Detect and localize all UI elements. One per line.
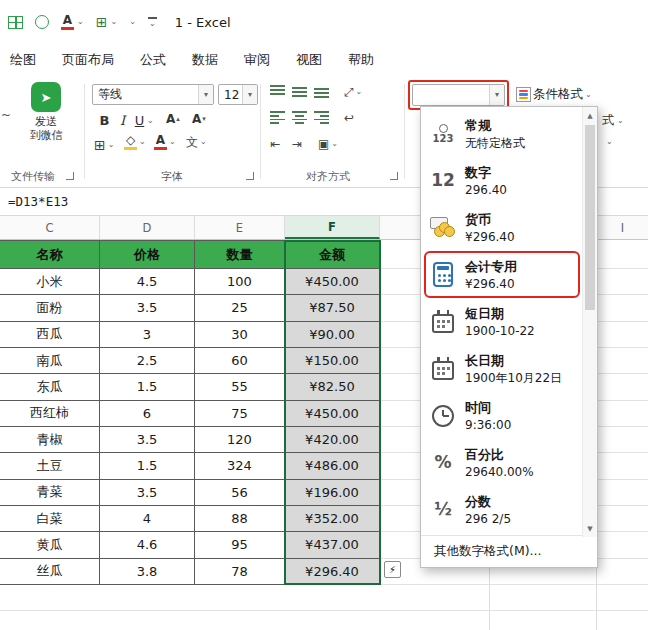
merge-center-button[interactable]: ▣ ⌄ bbox=[318, 138, 338, 150]
cell[interactable]: ¥437.00 bbox=[285, 532, 380, 558]
cell[interactable]: ¥150.00 bbox=[285, 348, 380, 374]
clipped-cell-style-button[interactable]: ⌄ bbox=[606, 138, 613, 146]
cell[interactable]: ¥87.50 bbox=[285, 295, 380, 321]
font-size-select[interactable]: 12 ▾ bbox=[218, 84, 258, 105]
menu-tab-formulas[interactable]: 公式 bbox=[140, 51, 166, 69]
increase-font-button[interactable]: A▴ bbox=[166, 113, 180, 125]
cell[interactable]: 78 bbox=[195, 559, 285, 585]
align-right-button[interactable] bbox=[314, 111, 329, 124]
number-format-dropdown-button[interactable]: ▾ bbox=[489, 85, 504, 105]
cell[interactable]: 324 bbox=[195, 453, 285, 479]
format-option-long-date[interactable]: 长日期 1900年10月22日 bbox=[421, 345, 597, 392]
menu-tab-data[interactable]: 数据 bbox=[192, 51, 218, 69]
cell[interactable]: 30 bbox=[195, 322, 285, 348]
borders-button[interactable]: ⊞ ⌄ bbox=[94, 138, 114, 152]
font-color-button[interactable]: A ⌄ bbox=[154, 134, 176, 150]
underline-button[interactable]: U bbox=[131, 110, 148, 130]
cell[interactable]: 100 bbox=[195, 269, 285, 295]
phonetic-guide-button[interactable]: 文 ⌄ bbox=[186, 136, 207, 148]
dialog-launcher-icon[interactable] bbox=[66, 172, 74, 180]
cell[interactable]: 3 bbox=[100, 322, 195, 348]
align-middle-button[interactable] bbox=[292, 85, 307, 98]
format-option-percentage[interactable]: % 百分比 29640.00% bbox=[421, 439, 597, 486]
cell[interactable]: ¥486.00 bbox=[285, 453, 380, 479]
table-header-cell[interactable]: 名称 bbox=[0, 241, 100, 269]
cell[interactable]: 土豆 bbox=[0, 453, 100, 479]
cell[interactable]: 2.5 bbox=[100, 348, 195, 374]
format-option-currency[interactable]: 货币 ¥296.40 bbox=[421, 204, 597, 251]
table-header-cell[interactable]: 金额 bbox=[285, 241, 380, 269]
scroll-down-button[interactable]: ▼ bbox=[583, 521, 597, 536]
scroll-up-button[interactable]: ▲ bbox=[583, 108, 597, 123]
cell[interactable]: 3.5 bbox=[100, 480, 195, 506]
cell[interactable]: 1.5 bbox=[100, 453, 195, 479]
cell[interactable]: 黄瓜 bbox=[0, 532, 100, 558]
column-header-d[interactable]: D bbox=[100, 216, 195, 239]
cell[interactable]: 4.6 bbox=[100, 532, 195, 558]
dropdown-scrollbar[interactable]: ▲ ▼ bbox=[582, 107, 597, 537]
cell[interactable]: ¥352.00 bbox=[285, 506, 380, 532]
cell[interactable]: 56 bbox=[195, 480, 285, 506]
chevron-down-icon[interactable]: ▾ bbox=[242, 85, 257, 104]
table-header-cell[interactable]: 价格 bbox=[100, 241, 195, 269]
italic-button[interactable]: I bbox=[114, 110, 131, 130]
cell[interactable]: ¥450.00 bbox=[285, 269, 380, 295]
cell[interactable]: 4.5 bbox=[100, 269, 195, 295]
cell[interactable]: ¥296.40 bbox=[285, 559, 380, 585]
format-option-fraction[interactable]: ½ 分数 296 2/5 bbox=[421, 486, 597, 533]
wrap-text-button[interactable]: ↩ bbox=[344, 112, 354, 124]
format-option-accounting[interactable]: 会计专用 ¥296.40 bbox=[421, 251, 597, 298]
scroll-thumb[interactable] bbox=[585, 125, 595, 310]
underline-chevron-icon[interactable]: ⌄ bbox=[147, 117, 154, 125]
clipped-format-table-button[interactable]: 式⌄ bbox=[602, 112, 624, 129]
menu-tab-review[interactable]: 审阅 bbox=[244, 51, 270, 69]
cell[interactable]: 25 bbox=[195, 295, 285, 321]
format-option-number[interactable]: 12 数字 296.40 bbox=[421, 157, 597, 204]
cell[interactable]: 88 bbox=[195, 506, 285, 532]
decrease-font-button[interactable]: A▾ bbox=[192, 113, 206, 125]
indent-decrease-button[interactable]: ⇤ bbox=[270, 138, 280, 150]
cell[interactable]: 东瓜 bbox=[0, 374, 100, 400]
bold-button[interactable]: B bbox=[96, 110, 113, 130]
table-header-cell[interactable]: 数量 bbox=[195, 241, 285, 269]
cell[interactable]: 西瓜 bbox=[0, 322, 100, 348]
format-option-general[interactable]: 123 常规 无特定格式 bbox=[421, 110, 597, 157]
table-icon[interactable] bbox=[8, 16, 23, 29]
menu-tab-draw[interactable]: 绘图 bbox=[10, 51, 36, 69]
customize-quick-access-icon[interactable]: ⌄ bbox=[148, 17, 157, 28]
menu-tab-page-layout[interactable]: 页面布局 bbox=[62, 51, 114, 69]
align-top-button[interactable] bbox=[270, 85, 285, 98]
quick-analysis-button[interactable]: ⚡ bbox=[384, 561, 401, 578]
format-option-time[interactable]: 时间 9:36:00 bbox=[421, 392, 597, 439]
orientation-button[interactable]: ⤢ ⌄ bbox=[344, 86, 362, 98]
cell[interactable]: 小米 bbox=[0, 269, 100, 295]
cell[interactable]: ¥82.50 bbox=[285, 374, 380, 400]
cell[interactable]: 3.5 bbox=[100, 427, 195, 453]
cell[interactable]: 白菜 bbox=[0, 506, 100, 532]
column-header-c[interactable]: C bbox=[0, 216, 100, 239]
number-format-combobox[interactable]: ▾ bbox=[412, 84, 505, 106]
align-left-button[interactable] bbox=[270, 111, 285, 124]
align-center-button[interactable] bbox=[292, 111, 307, 124]
more-options-chevron[interactable]: ⌄ bbox=[129, 18, 136, 26]
dialog-launcher-icon[interactable] bbox=[390, 172, 398, 180]
cell[interactable]: 3.8 bbox=[100, 559, 195, 585]
cell[interactable]: ¥420.00 bbox=[285, 427, 380, 453]
cell[interactable]: 95 bbox=[195, 532, 285, 558]
chevron-down-icon[interactable]: ▾ bbox=[198, 85, 213, 104]
cell[interactable]: 西红柿 bbox=[0, 401, 100, 427]
cell[interactable]: ¥450.00 bbox=[285, 401, 380, 427]
column-header-i[interactable]: I bbox=[597, 216, 648, 239]
more-number-formats-item[interactable]: 其他数字格式(M)... bbox=[421, 535, 597, 567]
cell[interactable]: 55 bbox=[195, 374, 285, 400]
indent-increase-button[interactable]: ⇥ bbox=[292, 138, 302, 150]
column-header-f[interactable]: F bbox=[285, 216, 380, 239]
cell[interactable]: 青菜 bbox=[0, 480, 100, 506]
column-header-e[interactable]: E bbox=[195, 216, 285, 239]
cell[interactable]: 6 bbox=[100, 401, 195, 427]
cell[interactable]: 75 bbox=[195, 401, 285, 427]
cell[interactable]: 面粉 bbox=[0, 295, 100, 321]
menu-tab-help[interactable]: 帮助 bbox=[348, 51, 374, 69]
conditional-format-button[interactable]: 条件格式 ⌄ bbox=[516, 87, 592, 102]
align-bottom-button[interactable] bbox=[314, 85, 329, 98]
